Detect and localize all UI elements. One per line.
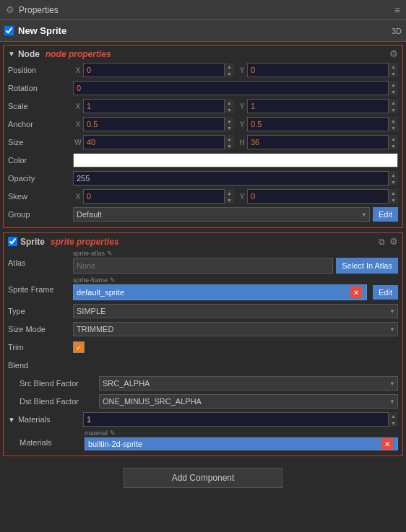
- node-section-gear[interactable]: ⚙: [389, 48, 398, 59]
- size-h-label: H: [237, 139, 247, 147]
- opacity-label: Opacity: [8, 174, 73, 183]
- size-w-label: W: [73, 139, 83, 147]
- sprite-section: Sprite sprite properties ⧉ ⚙ Atlas sprit…: [3, 232, 403, 456]
- panel-title: Properties: [19, 5, 59, 15]
- materials-count-input[interactable]: [83, 412, 398, 427]
- size-w-input[interactable]: [83, 135, 234, 149]
- add-component-button[interactable]: Add Component: [124, 468, 282, 488]
- materials-input-wrap: builtin-2d-sprite ✕: [85, 437, 398, 450]
- sprite-gear-icon[interactable]: ⚙: [389, 236, 398, 247]
- sprite-frame-label: Sprite Frame: [8, 276, 73, 294]
- size-w-wrap: ▲▼: [83, 135, 234, 149]
- size-row: Size W ▲▼ H ▲▼: [8, 134, 398, 150]
- size-h-spin[interactable]: ▲▼: [388, 135, 398, 149]
- anchor-y-input[interactable]: [247, 117, 398, 131]
- materials-link-icon: ✎: [110, 429, 116, 437]
- group-label: Group: [8, 210, 73, 219]
- group-select[interactable]: Default: [73, 207, 370, 222]
- anchor-x-spin[interactable]: ▲▼: [224, 117, 234, 131]
- rotation-wrap: ▲▼: [73, 81, 398, 95]
- atlas-input[interactable]: [73, 258, 333, 274]
- node-collapse-icon[interactable]: ▼: [8, 50, 15, 58]
- scale-x-wrap: ▲▼: [83, 99, 234, 113]
- color-row: Color: [8, 152, 398, 168]
- atlas-link-icon: ✎: [107, 250, 113, 257]
- position-y-spin[interactable]: ▲▼: [388, 63, 398, 77]
- skew-label: Skew: [8, 192, 73, 201]
- src-blend-select[interactable]: SRC_ALPHA ONE ZERO: [99, 376, 398, 391]
- skew-x-label: X: [73, 193, 83, 201]
- sprite-frame-edit-button[interactable]: Edit: [373, 285, 398, 300]
- sprite-section-title: Sprite: [20, 237, 45, 247]
- materials-count-label: Materials: [18, 415, 83, 424]
- three-d-label[interactable]: 3D: [392, 27, 402, 35]
- type-select-wrap: SIMPLE SLICED TILED FILLED: [73, 304, 398, 318]
- node-section-title: Node: [18, 49, 40, 59]
- trim-checkbox[interactable]: ✓: [73, 341, 85, 353]
- size-w-spin[interactable]: ▲▼: [224, 135, 234, 149]
- scale-x-input[interactable]: [83, 99, 234, 113]
- sprite-copy-icon[interactable]: ⧉: [379, 237, 385, 247]
- materials-item-value: builtin-2d-sprite: [88, 440, 380, 448]
- anchor-y-spin[interactable]: ▲▼: [388, 117, 398, 131]
- type-row: Type SIMPLE SLICED TILED FILLED: [8, 303, 398, 319]
- opacity-input[interactable]: [73, 171, 398, 186]
- select-in-atlas-button[interactable]: Select In Atlas: [336, 258, 398, 274]
- skew-x-input[interactable]: [83, 189, 234, 204]
- size-h-wrap: ▲▼: [247, 135, 398, 149]
- src-blend-label: Src Blend Factor: [20, 379, 99, 388]
- gear-icon: ⚙: [6, 4, 14, 15]
- position-row: Position X ▲▼ Y ▲▼: [8, 62, 398, 78]
- sprite-frame-input-wrap: default_sprite ✕: [73, 284, 367, 300]
- panel-header: ⚙ Properties ≡: [0, 0, 406, 20]
- skew-y-spin[interactable]: ▲▼: [388, 189, 398, 204]
- skew-x-spin[interactable]: ▲▼: [224, 189, 234, 204]
- materials-collapse-icon[interactable]: ▼: [8, 416, 15, 424]
- position-x-input[interactable]: [83, 63, 234, 77]
- src-blend-select-wrap: SRC_ALPHA ONE ZERO: [99, 376, 398, 391]
- rotation-spin[interactable]: ▲▼: [388, 81, 398, 95]
- scale-y-input[interactable]: [247, 99, 398, 113]
- node-section: ▼ Node node properties ⚙ Position X ▲▼ Y…: [3, 45, 403, 228]
- group-edit-button[interactable]: Edit: [373, 207, 398, 222]
- scale-y-label: Y: [237, 103, 247, 110]
- node-section-header: ▼ Node node properties ⚙: [8, 48, 398, 59]
- sprite-frame-sub-label: sprite-frame ✎: [73, 276, 398, 284]
- dst-blend-label: Dst Blend Factor: [20, 397, 99, 406]
- atlas-row: Atlas sprite-atlas ✎ Select In Atlas: [8, 250, 398, 274]
- dst-blend-select[interactable]: ONE_MINUS_SRC_ALPHA ONE ZERO: [99, 394, 398, 409]
- scale-y-spin[interactable]: ▲▼: [388, 99, 398, 113]
- sprite-section-subtitle: sprite properties: [51, 237, 119, 247]
- menu-icon[interactable]: ≡: [394, 4, 400, 16]
- sprite-section-checkbox[interactable]: [8, 237, 17, 246]
- materials-count-wrap: ▲▼: [83, 412, 398, 427]
- blend-label: Blend: [8, 361, 73, 370]
- position-label: Position: [8, 66, 73, 74]
- dst-blend-select-wrap: ONE_MINUS_SRC_ALPHA ONE ZERO: [99, 394, 398, 409]
- materials-count-spin[interactable]: ▲▼: [388, 412, 398, 427]
- scale-x-spin[interactable]: ▲▼: [224, 99, 234, 113]
- scale-row: Scale X ▲▼ Y ▲▼: [8, 98, 398, 114]
- rotation-input[interactable]: [73, 81, 398, 95]
- sprite-enabled-checkbox[interactable]: [4, 26, 14, 35]
- atlas-sub-label: sprite-atlas ✎: [73, 250, 398, 257]
- sprite-section-header: Sprite sprite properties ⧉ ⚙: [8, 236, 398, 247]
- color-label: Color: [8, 156, 73, 165]
- skew-y-wrap: ▲▼: [247, 189, 398, 204]
- type-select[interactable]: SIMPLE SLICED TILED FILLED: [73, 304, 398, 318]
- sprite-name-label: New Sprite: [18, 25, 392, 36]
- materials-clear-button[interactable]: ✕: [381, 438, 393, 450]
- size-mode-select[interactable]: TRIMMED RAW CUSTOM: [73, 322, 398, 336]
- sprite-frame-clear-button[interactable]: ✕: [350, 287, 362, 298]
- skew-x-wrap: ▲▼: [83, 189, 234, 204]
- color-field[interactable]: [73, 153, 398, 167]
- rotation-row: Rotation ▲▼: [8, 80, 398, 96]
- anchor-x-input[interactable]: [83, 117, 234, 131]
- scale-label: Scale: [8, 102, 73, 110]
- size-h-input[interactable]: [247, 135, 398, 149]
- opacity-spin[interactable]: ▲▼: [388, 171, 398, 186]
- src-blend-row: Src Blend Factor SRC_ALPHA ONE ZERO: [8, 375, 398, 391]
- position-y-input[interactable]: [247, 63, 398, 77]
- skew-y-input[interactable]: [247, 189, 398, 204]
- position-x-spin[interactable]: ▲▼: [224, 63, 234, 77]
